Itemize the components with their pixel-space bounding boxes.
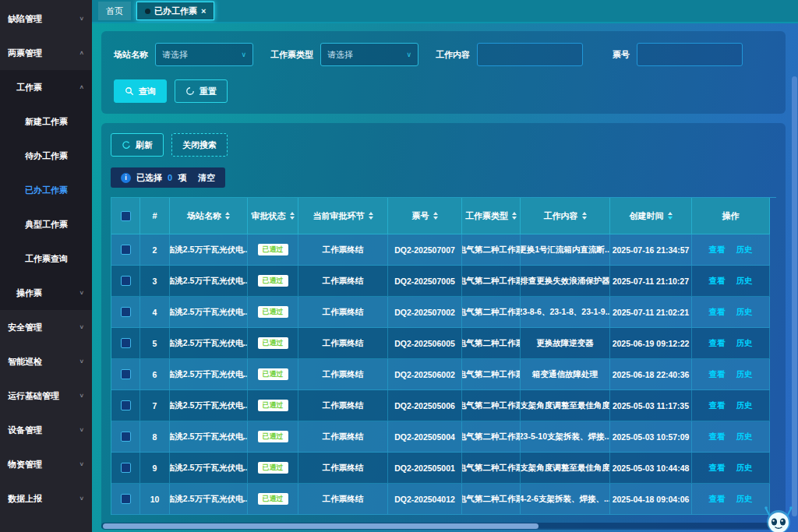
- row-checkbox[interactable]: [121, 276, 131, 286]
- history-link[interactable]: 历史: [736, 338, 753, 349]
- ticket-type-select[interactable]: 请选择∨: [320, 43, 418, 66]
- sidebar-item[interactable]: 已办工作票: [0, 173, 92, 207]
- column-header-type[interactable]: 工作票类型: [462, 198, 521, 234]
- row-checkbox[interactable]: [121, 338, 131, 348]
- cell-content: 23-8-6、23-1-8、23-1-9...: [521, 297, 610, 328]
- history-link[interactable]: 历史: [736, 245, 753, 255]
- close-icon[interactable]: [201, 6, 206, 16]
- sidebar-item[interactable]: 典型工作票: [0, 207, 92, 241]
- row-checkbox[interactable]: [121, 369, 131, 379]
- search-form: 场站名称请选择∨工作票类型请选择∨工作内容票号: [114, 43, 773, 66]
- view-link[interactable]: 查看: [709, 369, 726, 380]
- view-link[interactable]: 查看: [709, 338, 726, 349]
- row-checkbox[interactable]: [121, 463, 131, 473]
- row-checkbox[interactable]: [121, 307, 131, 317]
- ticket-no-input[interactable]: [637, 43, 743, 66]
- reset-icon: [185, 86, 195, 96]
- history-link[interactable]: 历史: [736, 432, 753, 442]
- sidebar-item[interactable]: 缺陷管理∨: [0, 2, 92, 36]
- select-all-checkbox[interactable]: [121, 211, 131, 221]
- view-link[interactable]: 查看: [709, 276, 726, 287]
- column-header-step[interactable]: 当前审批环节: [298, 198, 388, 234]
- chevron-down-icon: ∨: [79, 290, 84, 296]
- column-header-created[interactable]: 创建时间: [610, 198, 692, 234]
- cell-station: 临洮2.5万千瓦光伏电...: [170, 453, 248, 484]
- sidebar-item[interactable]: 运行基础管理∨: [0, 379, 92, 413]
- sidebar-item-label: 两票管理: [8, 48, 42, 59]
- query-button[interactable]: 查询: [114, 79, 167, 103]
- cell-actions: 查看历史: [692, 359, 770, 390]
- history-link[interactable]: 历史: [736, 369, 753, 380]
- view-link[interactable]: 查看: [709, 400, 726, 411]
- sort-icon[interactable]: [369, 212, 373, 220]
- sort-icon[interactable]: [433, 212, 438, 220]
- sidebar-item-label: 已办工作票: [25, 185, 68, 196]
- view-link[interactable]: 查看: [709, 245, 726, 255]
- reset-button[interactable]: 重置: [175, 79, 228, 103]
- cell-status: 已通过: [248, 484, 298, 515]
- column-header-content[interactable]: 工作内容: [521, 198, 610, 234]
- clear-selection-link[interactable]: 清空: [198, 172, 215, 184]
- vertical-scrollbar[interactable]: [792, 76, 797, 516]
- row-checkbox[interactable]: [121, 432, 131, 442]
- row-checkbox[interactable]: [121, 494, 131, 504]
- horizontal-scrollbar[interactable]: [103, 523, 538, 529]
- history-link[interactable]: 历史: [736, 463, 753, 474]
- close-search-button[interactable]: 关闭搜索: [171, 133, 228, 157]
- sidebar-item[interactable]: 工作票∧: [0, 70, 92, 104]
- sort-icon[interactable]: [512, 212, 517, 220]
- cell-station: 临洮2.5万千瓦光伏电...: [170, 421, 248, 453]
- sidebar-item[interactable]: 工作票查询: [0, 241, 92, 276]
- sidebar-item[interactable]: 安全管理∨: [0, 310, 92, 344]
- cell-index: 10: [140, 484, 170, 515]
- column-header-ticket_no[interactable]: 票号: [388, 198, 462, 234]
- cell-status: 已通过: [248, 266, 298, 297]
- work-content-input[interactable]: [477, 43, 583, 66]
- selection-unit: 项: [178, 172, 186, 184]
- sidebar-item[interactable]: 智能巡检∨: [0, 344, 92, 379]
- cell-select: [111, 421, 140, 453]
- chevron-down-icon: ∨: [79, 16, 84, 22]
- sidebar-item[interactable]: 待办工作票: [0, 139, 92, 173]
- sort-icon[interactable]: [225, 212, 230, 220]
- view-link[interactable]: 查看: [709, 307, 726, 318]
- sidebar-item[interactable]: 新建工作票: [0, 104, 92, 139]
- sidebar-item[interactable]: 数据上报∨: [0, 481, 92, 516]
- chevron-down-icon: ∨: [241, 51, 246, 58]
- reset-button-label: 重置: [200, 86, 217, 97]
- sidebar-item-label: 操作票: [16, 287, 42, 299]
- sort-icon[interactable]: [582, 212, 587, 220]
- sidebar-item-label: 智能巡检: [8, 356, 42, 368]
- tab[interactable]: 首页: [98, 2, 131, 20]
- sidebar-item[interactable]: 物资管理∨: [0, 447, 92, 481]
- assistant-robot-icon[interactable]: [762, 502, 795, 532]
- chevron-down-icon: ∨: [79, 427, 84, 433]
- column-header-station[interactable]: 场站名称: [170, 198, 248, 234]
- cell-ticket-no: DQ2-202507002: [388, 297, 462, 328]
- sidebar-item-label: 缺陷管理: [8, 13, 42, 25]
- row-checkbox[interactable]: [121, 245, 131, 255]
- history-link[interactable]: 历史: [736, 276, 753, 287]
- cell-station: 临洮2.5万千瓦光伏电...: [170, 390, 248, 421]
- history-link[interactable]: 历史: [736, 307, 753, 318]
- sidebar-item[interactable]: 两票管理∧: [0, 36, 92, 70]
- tab[interactable]: 已办工作票: [136, 2, 214, 20]
- history-link[interactable]: 历史: [736, 400, 753, 411]
- sidebar-item-label: 典型工作票: [25, 219, 68, 231]
- sort-icon[interactable]: [290, 212, 295, 220]
- station-name-select[interactable]: 请选择∨: [155, 43, 253, 66]
- view-link[interactable]: 查看: [709, 463, 726, 474]
- sidebar-item[interactable]: 设备管理∨: [0, 413, 92, 447]
- cell-content: 4-2-6支架拆装、焊接、...: [521, 484, 610, 515]
- view-link[interactable]: 查看: [709, 432, 726, 442]
- refresh-button[interactable]: 刷新: [111, 133, 164, 157]
- row-checkbox[interactable]: [121, 400, 131, 410]
- sort-icon[interactable]: [668, 212, 673, 220]
- selection-prefix: 已选择: [136, 172, 162, 184]
- history-link[interactable]: 历史: [736, 494, 753, 505]
- column-header-status[interactable]: 审批状态: [248, 198, 298, 234]
- sidebar-item[interactable]: 操作票∨: [0, 276, 92, 310]
- view-link[interactable]: 查看: [709, 494, 726, 505]
- cell-index: 8: [140, 421, 170, 453]
- sidebar-item-label: 物资管理: [8, 459, 42, 470]
